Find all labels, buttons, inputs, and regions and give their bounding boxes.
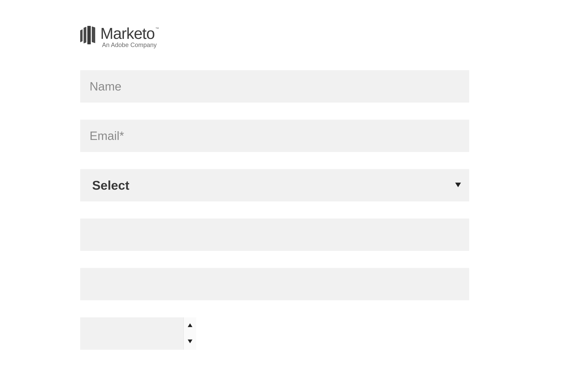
lead-form: Select bbox=[80, 70, 469, 350]
svg-marker-2 bbox=[188, 340, 192, 343]
select-dropdown[interactable]: Select bbox=[80, 169, 469, 201]
select-wrapper: Select bbox=[80, 169, 469, 201]
logo-brand-label: Marketo bbox=[100, 25, 154, 42]
spinner-up-button[interactable] bbox=[184, 317, 196, 333]
trademark-symbol: ™ bbox=[155, 27, 159, 31]
form-container: Marketo™ An Adobe Company Select bbox=[80, 25, 469, 350]
number-spinner bbox=[183, 317, 196, 350]
email-input[interactable] bbox=[80, 120, 469, 152]
logo-tagline: An Adobe Company bbox=[102, 42, 158, 48]
marketo-logo: Marketo™ An Adobe Company bbox=[80, 25, 469, 48]
marketo-logo-mark-icon bbox=[80, 25, 95, 44]
logo-text: Marketo™ An Adobe Company bbox=[100, 25, 158, 48]
logo-brand-name: Marketo™ bbox=[100, 25, 158, 41]
caret-down-icon bbox=[188, 340, 192, 344]
name-input[interactable] bbox=[80, 70, 469, 103]
svg-marker-1 bbox=[188, 323, 192, 327]
text-input-5[interactable] bbox=[80, 268, 469, 300]
number-input[interactable] bbox=[80, 317, 183, 350]
spinner-down-button[interactable] bbox=[184, 333, 196, 350]
text-input-4[interactable] bbox=[80, 219, 469, 251]
number-field-wrapper bbox=[80, 317, 196, 350]
caret-up-icon bbox=[188, 323, 192, 328]
